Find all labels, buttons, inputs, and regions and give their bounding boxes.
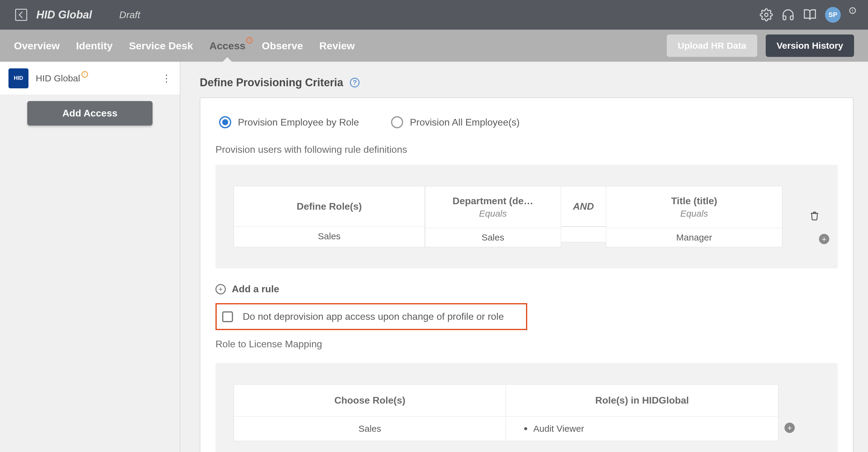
rule-col-title-head: Title (title) [671, 195, 717, 207]
rule-col-title: Title (title) Equals Manager [606, 186, 783, 247]
radio-label: Provision Employee by Role [238, 117, 359, 128]
delete-rule-button[interactable] [810, 211, 819, 222]
alert-icon[interactable]: ! [849, 7, 856, 14]
version-history-button[interactable]: Version History [766, 34, 854, 57]
add-condition-button[interactable]: + [819, 234, 829, 244]
kebab-menu-icon[interactable]: ⋮ [162, 73, 171, 84]
bullet-icon [524, 427, 527, 430]
arrow-left-icon [19, 11, 26, 19]
sidebar-app-item[interactable]: HID HID Global ! ⋮ [0, 62, 180, 95]
rule-col-department: Department (de… Equals Sales [425, 186, 561, 247]
rule-dept-value[interactable]: Sales [425, 228, 561, 247]
plus-circle-icon: + [216, 284, 226, 294]
top-bar: HID Global Draft SP ! [0, 0, 868, 30]
tab-service-desk[interactable]: Service Desk [129, 30, 193, 61]
rule-col-title-op: Equals [680, 208, 708, 219]
and-operator: AND [561, 186, 606, 227]
add-access-button[interactable]: Add Access [27, 101, 153, 126]
warning-badge-icon: ! [246, 37, 253, 43]
tab-identity[interactable]: Identity [76, 30, 113, 61]
add-mapping-button[interactable]: + [784, 423, 795, 433]
tab-overview[interactable]: Overview [14, 30, 60, 61]
radio-icon [219, 116, 231, 128]
rule-role-value[interactable]: Sales [234, 227, 425, 246]
tab-bar: Overview Identity Service Desk Access ! … [0, 30, 868, 62]
mapping-head-roles: Role(s) in HIDGlobal [506, 385, 778, 417]
rule-block: Define Role(s) Sales Department (de… Equ… [216, 165, 838, 268]
mapping-title: Role to License Mapping [216, 338, 838, 350]
rule-col-dept-op: Equals [479, 208, 507, 219]
mapping-license-text: Audit Viewer [533, 424, 584, 434]
add-rule-button[interactable]: + Add a rule [216, 284, 838, 295]
mapping-col-choose: Choose Role(s) Sales [234, 384, 506, 441]
mapping-block: Choose Role(s) Sales Role(s) in HIDGloba… [216, 363, 838, 452]
rule-col-dept-head: Department (de… [453, 195, 533, 207]
back-button[interactable] [15, 9, 27, 21]
main-content: Define Provisioning Criteria ? Provision… [180, 62, 868, 452]
status-label: Draft [119, 9, 140, 21]
help-icon[interactable]: ? [350, 78, 360, 88]
warning-icon: ! [82, 71, 88, 78]
sidebar: HID HID Global ! ⋮ Add Access [0, 62, 180, 452]
headset-icon[interactable] [781, 8, 795, 22]
radio-provision-by-role[interactable]: Provision Employee by Role [219, 116, 359, 128]
upload-hr-data-button[interactable]: Upload HR Data [667, 34, 757, 57]
radio-provision-all[interactable]: Provision All Employee(s) [391, 116, 520, 128]
mapping-license-value[interactable]: Audit Viewer [506, 417, 778, 441]
radio-label: Provision All Employee(s) [410, 117, 520, 128]
provisioning-panel: Provision Employee by Role Provision All… [200, 97, 854, 452]
tab-access-label: Access [210, 40, 245, 52]
radio-icon [391, 116, 403, 128]
mapping-col-roles: Role(s) in HIDGlobal Audit Viewer [506, 384, 778, 441]
rule-col-role: Define Role(s) Sales [234, 186, 425, 247]
avatar[interactable]: SP [825, 7, 841, 23]
checkbox-icon [222, 311, 233, 322]
book-icon[interactable] [803, 8, 816, 22]
deprovision-checkbox-row[interactable]: Do not deprovision app access upon chang… [216, 303, 527, 330]
svg-point-0 [765, 13, 768, 17]
gear-icon[interactable] [760, 8, 773, 22]
rule-title-value[interactable]: Manager [606, 228, 782, 247]
app-title: HID Global [36, 8, 92, 21]
mapping-role-value[interactable]: Sales [234, 417, 506, 441]
checkbox-label: Do not deprovision app access upon chang… [243, 311, 504, 322]
rule-subheading: Provision users with following rule defi… [216, 144, 838, 155]
add-rule-label: Add a rule [232, 284, 279, 295]
tab-review[interactable]: Review [319, 30, 355, 61]
sidebar-app-label: HID Global [36, 73, 80, 84]
section-title: Define Provisioning Criteria [200, 76, 343, 89]
tab-observe[interactable]: Observe [262, 30, 303, 61]
tab-access[interactable]: Access ! [210, 30, 245, 61]
mapping-head-choose: Choose Role(s) [234, 385, 506, 417]
app-icon: HID [8, 68, 28, 88]
rule-col-role-head: Define Role(s) [297, 201, 362, 212]
